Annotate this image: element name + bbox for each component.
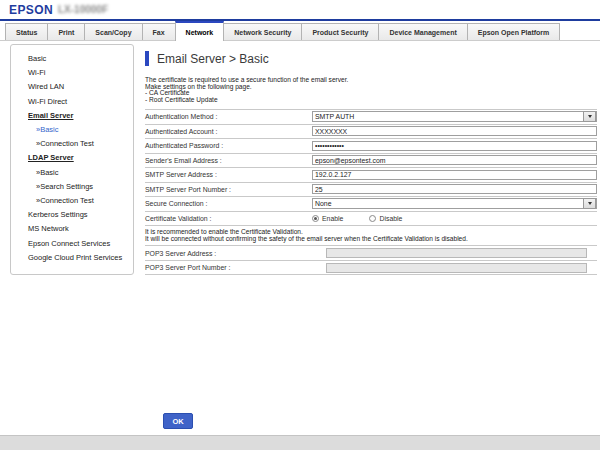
printer-model-name: LX-10000F: [58, 4, 108, 15]
form-row-authentication-method: Authentication Method :SMTP AUTH: [145, 110, 597, 125]
note-line: It is recommended to enable the Certific…: [145, 228, 597, 235]
sender-s-email-address-input[interactable]: [312, 155, 597, 165]
tab-print[interactable]: Print: [47, 23, 85, 40]
tab-device-management[interactable]: Device Management: [378, 23, 467, 40]
field-label: SMTP Server Address :: [145, 171, 312, 178]
sidebar-item-wi-fi-direct[interactable]: Wi-Fi Direct: [11, 95, 133, 109]
field-control: [312, 141, 597, 151]
certificate-validation-radio-enable[interactable]: Enable: [312, 215, 343, 222]
sidebar-item-ms-network[interactable]: MS Network: [11, 222, 133, 236]
page-description: The certificate is required to use a sec…: [145, 77, 597, 103]
radio-label: Disable: [379, 215, 402, 222]
field-label: Authentication Method :: [145, 113, 312, 120]
sidebar-item-email-server: Email Server: [11, 109, 133, 123]
certificate-validation-note: It is recommended to enable the Certific…: [145, 226, 597, 246]
sidebar-nav: BasicWi-FiWired LANWi-Fi DirectEmail Ser…: [10, 44, 134, 275]
sidebar-item-kerberos-settings[interactable]: Kerberos Settings: [11, 208, 133, 222]
sidebar-item-connection-test[interactable]: »Connection Test: [11, 194, 133, 208]
title-accent-bar: [145, 51, 149, 66]
field-label: Sender's Email Address :: [145, 157, 312, 164]
tab-status[interactable]: Status: [5, 23, 48, 40]
pop3-server-port-number-input: [326, 263, 587, 273]
tab-network[interactable]: Network: [175, 21, 225, 41]
sidebar-item-basic[interactable]: »Basic: [11, 166, 133, 180]
field-label: POP3 Server Port Number :: [145, 264, 312, 271]
form-row-pop3-server-port-number: POP3 Server Port Number :: [145, 261, 597, 276]
tab-epson-open-platform[interactable]: Epson Open Platform: [467, 23, 561, 40]
tab-scan-copy[interactable]: Scan/Copy: [84, 23, 142, 40]
field-label: POP3 Server Address :: [145, 250, 312, 257]
sidebar-item-basic[interactable]: »Basic: [11, 123, 133, 137]
email-server-form: Authentication Method :SMTP AUTHAuthenti…: [145, 109, 597, 275]
selected-value: None: [313, 200, 583, 207]
chevron-down-icon: [588, 115, 592, 118]
form-row-sender-s-email-address: Sender's Email Address :: [145, 154, 597, 169]
form-row-certificate-validation: Certificate Validation :EnableDisable: [145, 212, 597, 227]
field-control: [326, 248, 587, 258]
smtp-server-port-number-input[interactable]: [312, 184, 597, 194]
form-row-authenticated-password: Authenticated Password :: [145, 139, 597, 154]
field-control: [312, 170, 597, 180]
form-row-smtp-server-address: SMTP Server Address :: [145, 168, 597, 183]
field-control: SMTP AUTH: [312, 111, 597, 122]
description-line: - Root Certificate Update: [145, 97, 597, 104]
field-control: [312, 155, 597, 165]
page-title-bar: Email Server > Basic: [145, 51, 597, 66]
dropdown-arrow-icon[interactable]: [583, 198, 596, 209]
sidebar-item-search-settings[interactable]: »Search Settings: [11, 180, 133, 194]
field-control: [312, 184, 597, 194]
tab-network-security[interactable]: Network Security: [223, 23, 302, 40]
secure-connection-select[interactable]: None: [312, 198, 597, 209]
note-line: It will be connected without confirming …: [145, 235, 597, 242]
certificate-validation-radio-disable[interactable]: Disable: [369, 215, 402, 222]
field-label: Secure Connection :: [145, 200, 312, 207]
field-control: [312, 126, 597, 136]
form-row-secure-connection: Secure Connection :None: [145, 197, 597, 212]
sidebar-item-google-cloud-print-services[interactable]: Google Cloud Print Services: [11, 251, 133, 265]
bottom-strip: [0, 435, 600, 450]
pop3-server-address-input: [326, 248, 587, 258]
app-header: EPSON LX-10000F: [0, 0, 600, 21]
sidebar-item-connection-test[interactable]: »Connection Test: [11, 137, 133, 151]
tab-fax[interactable]: Fax: [142, 23, 176, 40]
authenticated-password-input[interactable]: [312, 141, 597, 151]
form-row-authenticated-account: Authenticated Account :: [145, 125, 597, 140]
field-label: Authenticated Password :: [145, 142, 312, 149]
sidebar-item-epson-connect-services[interactable]: Epson Connect Services: [11, 237, 133, 251]
field-control: EnableDisable: [312, 215, 597, 222]
main-content: Email Server > Basic The certificate is …: [145, 47, 597, 275]
sidebar-item-wi-fi[interactable]: Wi-Fi: [11, 66, 133, 80]
tab-bar: StatusPrintScan/CopyFaxNetworkNetwork Se…: [0, 21, 600, 41]
radio-label: Enable: [322, 215, 343, 222]
smtp-server-address-input[interactable]: [312, 170, 597, 180]
radio-icon: [369, 215, 376, 222]
tab-product-security[interactable]: Product Security: [301, 23, 379, 40]
field-control: None: [312, 198, 597, 209]
sidebar-item-wired-lan[interactable]: Wired LAN: [11, 80, 133, 94]
page-title: Email Server > Basic: [157, 52, 269, 66]
authentication-method-select[interactable]: SMTP AUTH: [312, 111, 597, 122]
ok-button[interactable]: OK: [163, 413, 193, 429]
form-row-pop3-server-address: POP3 Server Address :: [145, 246, 597, 261]
radio-icon: [312, 215, 319, 222]
authenticated-account-input[interactable]: [312, 126, 597, 136]
sidebar-item-basic[interactable]: Basic: [11, 52, 133, 66]
form-row-smtp-server-port-number: SMTP Server Port Number :: [145, 183, 597, 198]
field-label: Authenticated Account :: [145, 128, 312, 135]
dropdown-arrow-icon[interactable]: [583, 111, 596, 122]
chevron-down-icon: [588, 202, 592, 205]
sidebar-item-ldap-server: LDAP Server: [11, 151, 133, 165]
selected-value: SMTP AUTH: [313, 113, 583, 120]
field-label: Certificate Validation :: [145, 215, 312, 222]
epson-logo: EPSON: [9, 3, 53, 17]
field-label: SMTP Server Port Number :: [145, 186, 312, 193]
field-control: [326, 263, 587, 273]
